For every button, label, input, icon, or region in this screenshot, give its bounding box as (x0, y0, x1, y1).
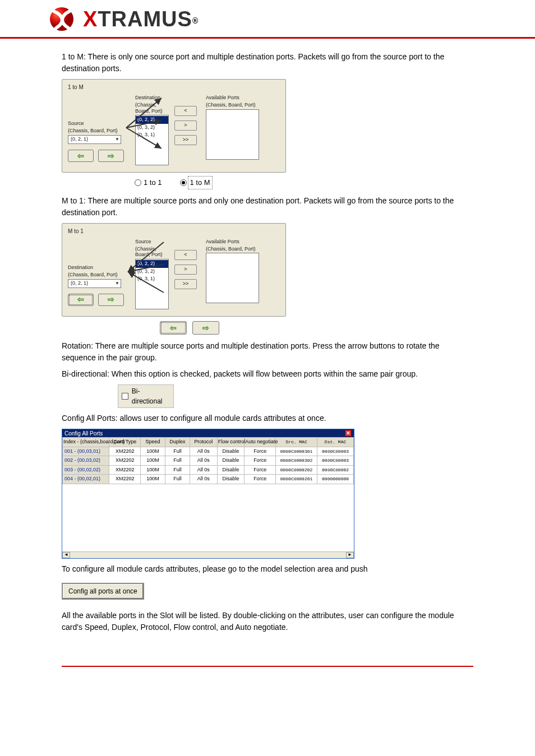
cell-flow-control[interactable]: Disable (217, 465, 245, 475)
cell-speed[interactable]: 100M (141, 465, 165, 475)
available-listbox[interactable] (206, 253, 259, 303)
cell-card-type[interactable]: XM2202 (109, 465, 141, 475)
cell-src-mac[interactable]: 0080C8000301 (275, 447, 317, 456)
cell-speed[interactable]: 100M (141, 475, 165, 484)
cell-speed[interactable]: 100M (141, 447, 165, 456)
cell-index[interactable]: 004 - (00,02,01) (63, 475, 109, 484)
table-row[interactable]: 001 - (00,03,01)XM2202100MFullAll 0sDisa… (63, 447, 354, 456)
destination-combo[interactable]: (0, 2, 1) ▼ (68, 279, 121, 288)
list-item[interactable]: (0, 3, 1) (136, 131, 168, 139)
source-listbox[interactable]: (0, 2, 2) (0, 3, 2) (0, 3, 1) (135, 259, 169, 309)
col-dst-mac[interactable]: Dst. MAC (317, 438, 354, 447)
cell-src-mac[interactable]: 0080C8000202 (275, 465, 317, 475)
rotate-left-button[interactable]: ⇦ (68, 294, 94, 306)
destination-sublabel: (Chassis, Board, Port) (68, 272, 130, 278)
cell-auto-negotiate[interactable]: Force (245, 465, 276, 475)
col-src-mac[interactable]: Src. MAC (275, 438, 317, 447)
footer-divider (62, 666, 473, 667)
cell-protocol[interactable]: All 0s (190, 465, 218, 475)
cell-duplex[interactable]: Full (165, 465, 190, 475)
cell-dst-mac[interactable]: 0000000000 (317, 475, 354, 484)
list-item[interactable]: (0, 3, 1) (136, 275, 168, 283)
table-row[interactable]: 003 - (00,02,02)XM2202100MFullAll 0sDisa… (63, 465, 354, 475)
intro-1-to-m: 1 to M: There is only one source port an… (62, 51, 473, 75)
arrow-right-icon: ⇨ (108, 294, 114, 305)
cell-card-type[interactable]: XM2202 (109, 456, 141, 466)
move-right-button[interactable]: > (174, 120, 197, 131)
scroll-left-icon[interactable]: ◄ (62, 552, 70, 558)
cell-card-type[interactable]: XM2202 (109, 447, 141, 456)
cell-card-type[interactable]: XM2202 (109, 475, 141, 484)
cell-protocol[interactable]: All 0s (190, 456, 218, 466)
cell-dst-mac[interactable]: 0080C80003 (317, 447, 354, 456)
cell-protocol[interactable]: All 0s (190, 447, 218, 456)
scroll-right-icon[interactable]: ► (346, 552, 354, 558)
radio-icon (180, 179, 187, 186)
col-speed[interactable]: Speed (141, 438, 165, 447)
cell-index[interactable]: 002 - (00,03,02) (63, 456, 109, 466)
rotate-left-button[interactable]: ⇦ (160, 321, 187, 335)
list-item[interactable]: (0, 3, 2) (136, 268, 168, 276)
cell-flow-control[interactable]: Disable (217, 447, 245, 456)
cell-dst-mac[interactable]: 0080C80002 (317, 465, 354, 475)
cell-src-mac[interactable]: 0080C8000302 (275, 456, 317, 466)
cell-flow-control[interactable]: Disable (217, 475, 245, 484)
cell-flow-control[interactable]: Disable (217, 456, 245, 466)
move-all-right-button[interactable]: >> (174, 135, 197, 145)
list-item[interactable]: (0, 3, 2) (136, 124, 168, 132)
panel-1-to-m: 1 to M Source (Chassis, Board, Port) (0,… (62, 79, 286, 173)
col-card-type[interactable]: Card Type (109, 438, 141, 447)
cell-duplex[interactable]: Full (165, 475, 190, 484)
move-left-button[interactable]: < (174, 106, 197, 116)
table-header-row: Index - (chassis,board,port) Card Type S… (63, 438, 354, 447)
cell-index[interactable]: 001 - (00,03,01) (63, 447, 109, 456)
bidirectional-checkbox-label: Bi-directional (132, 386, 170, 406)
col-duplex[interactable]: Duplex (165, 438, 190, 447)
col-index[interactable]: Index - (chassis,board,port) (63, 438, 109, 447)
destination-label: Destination (68, 265, 130, 271)
close-icon[interactable]: ✕ (345, 430, 352, 437)
radio-1-to-m[interactable]: 1 to M (180, 177, 211, 188)
rotate-left-button[interactable]: ⇦ (68, 150, 94, 162)
available-label: Available Ports (206, 239, 262, 245)
rotate-right-button[interactable]: ⇨ (98, 150, 124, 162)
panel-m-to-1: M to 1 Destination (Chassis, Board, Port… (62, 223, 286, 317)
brand-logo-icon (45, 6, 79, 33)
cell-duplex[interactable]: Full (165, 456, 190, 466)
config-all-ports-button[interactable]: Config all ports at once (62, 583, 144, 600)
radio-1-to-1[interactable]: 1 to 1 (135, 177, 162, 188)
cell-speed[interactable]: 100M (141, 456, 165, 466)
config-all-ports-button-label: Config all ports at once (68, 587, 137, 595)
bidirectional-checkbox[interactable]: Bi-directional (118, 384, 174, 408)
table-row[interactable]: 002 - (00,03,02)XM2202100MFullAll 0sDisa… (63, 456, 354, 466)
horizontal-scrollbar[interactable]: ◄ ► (62, 551, 354, 558)
list-item[interactable]: (0, 2, 2) (136, 260, 168, 268)
arrow-right-icon: ⇨ (108, 150, 114, 162)
cell-dst-mac[interactable]: 0080C80003 (317, 456, 354, 466)
arrow-left-icon: ⇦ (170, 322, 177, 334)
col-protocol[interactable]: Protocol (190, 438, 218, 447)
col-flow-control[interactable]: Flow control (217, 438, 245, 447)
rotation-button-pair: ⇦ ⇨ (160, 321, 473, 335)
rotate-right-button[interactable]: ⇨ (98, 294, 124, 306)
list-item[interactable]: (0, 2, 2) (136, 116, 168, 124)
cell-duplex[interactable]: Full (165, 447, 190, 456)
cell-protocol[interactable]: All 0s (190, 475, 218, 484)
cell-src-mac[interactable]: 0080C8000201 (275, 475, 317, 484)
brand-x: X (83, 7, 98, 31)
cell-index[interactable]: 003 - (00,02,02) (63, 465, 109, 475)
destination-listbox[interactable]: (0, 2, 2) (0, 3, 2) (0, 3, 1) (135, 115, 169, 165)
rotate-right-button[interactable]: ⇨ (192, 321, 219, 335)
checkbox-icon (122, 393, 128, 400)
move-all-right-button[interactable]: >> (174, 279, 197, 289)
cell-auto-negotiate[interactable]: Force (245, 447, 276, 456)
source-combo[interactable]: (0, 2, 1) ▼ (68, 135, 121, 144)
col-auto-negotiate[interactable]: Auto negotiate (245, 438, 276, 447)
available-listbox[interactable] (206, 109, 259, 160)
cell-auto-negotiate[interactable]: Force (245, 456, 276, 466)
cell-auto-negotiate[interactable]: Force (245, 475, 276, 484)
panel-m-to-1-title: M to 1 (68, 227, 280, 235)
table-row[interactable]: 004 - (00,02,01)XM2202100MFullAll 0sDisa… (63, 475, 354, 484)
move-left-button[interactable]: < (174, 250, 197, 260)
move-right-button[interactable]: > (174, 265, 197, 275)
